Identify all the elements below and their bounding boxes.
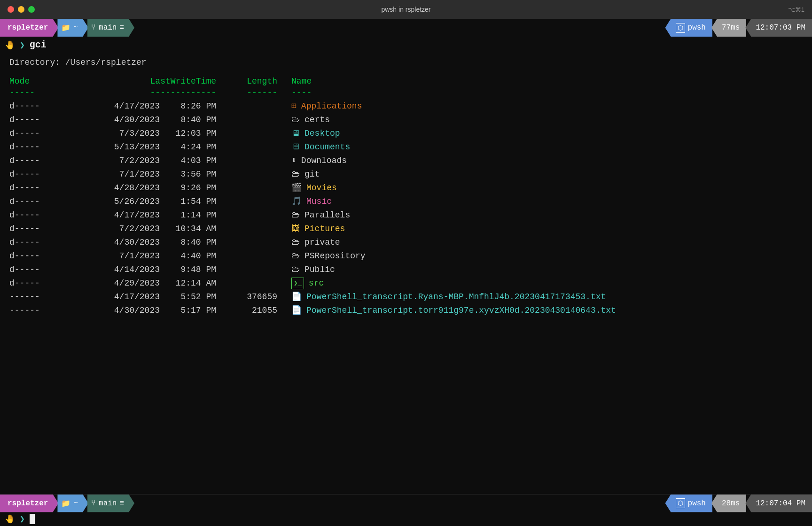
row-date: 4/14/2023 (66, 263, 160, 276)
header-lwt: LastWriteTime (66, 77, 216, 86)
bottom-git-icon: ⑂ (91, 499, 96, 508)
bottom-folder-icon: 📁 (61, 499, 70, 508)
row-time: 9:48 PM (160, 263, 216, 276)
row-time: 8:40 PM (160, 114, 216, 126)
row-date: 7/2/2023 (66, 223, 160, 235)
row-mode: d----- (9, 236, 66, 249)
title-bar: pwsh in rspletzer ⌥⌘1 (0, 0, 812, 19)
prompt-user-segment: rspletzer (0, 19, 58, 37)
bottom-prompt-bar: rspletzer 📁 ~ ⑂ main ≡ ⬡ pwsh 28ms 12:07… (0, 494, 812, 512)
prompt-right-section: ⬡ pwsh 77ms 12:07:03 PM (665, 19, 812, 37)
table-row: d----- 7/2/2023 10:34 AM 🖼 Pictures (9, 223, 803, 235)
sep-lwt: ------------- (66, 88, 216, 97)
sep-name: ---- (277, 88, 803, 97)
sep-mode: ----- (9, 88, 66, 97)
folder-icon: 📁 (61, 23, 70, 32)
bottom-prompt-arrow: ❯ (20, 514, 25, 524)
bottom-prompt-folder: ~ (73, 499, 78, 508)
row-name: 🗁 private (277, 236, 803, 249)
row-mode: d----- (9, 250, 66, 263)
hand-icon: 🤚 (5, 40, 15, 50)
fullscreen-button[interactable] (28, 6, 35, 13)
traffic-lights (8, 6, 35, 13)
bottom-prompt-time: 12:07:04 PM (756, 499, 805, 508)
row-time: 1:14 PM (160, 209, 216, 222)
bottom-command-line[interactable]: 🤚 ❯ (0, 512, 812, 526)
command-line: 🤚 ❯ gci (0, 37, 812, 53)
header-mode: Mode (9, 77, 66, 86)
bottom-prompt-pwsh-segment: ⬡ pwsh (665, 495, 712, 512)
row-mode: d----- (9, 277, 66, 290)
row-mode: d----- (9, 209, 66, 222)
table-row: ------ 4/30/2023 5:17 PM 21055 📄 PowerSh… (9, 304, 803, 317)
git-icon: ⑂ (91, 23, 96, 32)
row-name: 🖼 Pictures (277, 223, 803, 235)
table-row: d----- 7/1/2023 4:40 PM 🗁 PSRepository (9, 250, 803, 263)
row-name: 🗁 Parallels (277, 209, 803, 222)
prompt-arrow: ❯ (20, 40, 25, 50)
bottom-prompt-clock-segment: 12:07:04 PM (745, 495, 812, 512)
bottom-pwsh-icon: ⬡ (676, 498, 685, 508)
row-name: ⊞ Applications (277, 100, 803, 113)
row-name: 📄 PowerShell_transcript.Ryans-MBP.MnfhlJ… (277, 291, 803, 303)
row-time: 12:03 PM (160, 127, 216, 140)
table-row: d----- 4/17/2023 8:26 PM ⊞ Applications (9, 100, 803, 113)
prompt-ms: 77ms (722, 23, 740, 32)
row-length: 21055 (216, 304, 277, 317)
row-name: 🖥 Documents (277, 141, 803, 154)
bottom-prompt-pwsh-label: pwsh (688, 499, 706, 508)
bottom-prompt-ms-segment: 28ms (711, 495, 746, 512)
row-date: 7/3/2023 (66, 127, 160, 140)
terminal: rspletzer 📁 ~ ⑂ main ≡ ⬡ pwsh 77ms 12:07… (0, 19, 812, 526)
row-date: 7/1/2023 (66, 250, 160, 263)
row-name: 🎵 Music (277, 195, 803, 208)
row-name: 🗁 certs (277, 114, 803, 126)
terminal-content: Directory: /Users/rspletzer Mode LastWri… (0, 53, 812, 494)
directory-line: Directory: /Users/rspletzer (9, 53, 803, 67)
row-time: 4:24 PM (160, 141, 216, 154)
prompt-git-branch: main (99, 23, 117, 32)
row-time: 1:54 PM (160, 195, 216, 208)
row-mode: d----- (9, 223, 66, 235)
prompt-username: rspletzer (8, 23, 48, 32)
row-name: 🗁 Public (277, 263, 803, 276)
table-row: d----- 4/30/2023 8:40 PM 🗁 certs (9, 114, 803, 126)
window-title: pwsh in rspletzer (381, 6, 430, 13)
prompt-ms-segment: 77ms (711, 19, 746, 37)
pwsh-icon: ⬡ (676, 23, 685, 33)
row-mode: d----- (9, 114, 66, 126)
table-separator: ----- ------------- ------ ---- (9, 88, 803, 97)
table-row: d----- 5/26/2023 1:54 PM 🎵 Music (9, 195, 803, 208)
row-time: 5:17 PM (160, 304, 216, 317)
bottom-prompt-git-segment: ⑂ main ≡ (87, 495, 134, 512)
prompt-folder-segment: 📁 ~ (57, 19, 88, 37)
row-mode: d----- (9, 182, 66, 194)
table-row: d----- 4/29/2023 12:14 AM ❯_ src (9, 277, 803, 290)
row-time: 12:14 AM (160, 277, 216, 290)
table-row: d----- 7/3/2023 12:03 PM 🖥 Desktop (9, 127, 803, 140)
row-mode: d----- (9, 155, 66, 167)
row-name: ⬇ Downloads (277, 155, 803, 167)
row-mode: ------ (9, 304, 66, 317)
table-header: Mode LastWriteTime Length Name (9, 77, 803, 86)
row-time: 5:52 PM (160, 291, 216, 303)
cursor (30, 514, 35, 524)
row-date: 5/26/2023 (66, 195, 160, 208)
minimize-button[interactable] (18, 6, 24, 13)
row-date: 4/30/2023 (66, 236, 160, 249)
row-mode: d----- (9, 100, 66, 113)
prompt-git-segment: ⑂ main ≡ (87, 19, 134, 37)
row-date: 4/17/2023 (66, 100, 160, 113)
row-time: 8:40 PM (160, 236, 216, 249)
table-row: ------ 4/17/2023 5:52 PM 376659 📄 PowerS… (9, 291, 803, 303)
table-row: d----- 4/14/2023 9:48 PM 🗁 Public (9, 263, 803, 276)
row-date: 4/30/2023 (66, 114, 160, 126)
header-length: Length (216, 77, 277, 86)
row-time: 8:26 PM (160, 100, 216, 113)
command-text: gci (30, 39, 47, 50)
bottom-prompt-user-segment: rspletzer (0, 495, 58, 512)
bottom-hand-icon: 🤚 (5, 514, 15, 524)
row-date: 4/30/2023 (66, 304, 160, 317)
table-row: d----- 7/1/2023 3:56 PM 🗁 git (9, 168, 803, 181)
close-button[interactable] (8, 6, 14, 13)
